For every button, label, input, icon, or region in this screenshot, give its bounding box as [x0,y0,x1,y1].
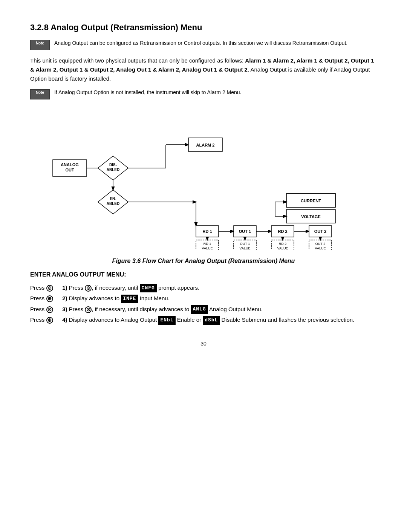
step-row-3: Press ⊙ 3) Press ⊙, if necessary, until … [30,304,377,315]
svg-text:OUT 2: OUT 2 [315,242,325,246]
page-title: 3.2.8 Analog Output (Retransmission) Men… [30,23,377,32]
svg-text:RD 2: RD 2 [278,229,287,234]
page-number: 30 [30,341,377,347]
step-4-press: Press ⊕ [30,315,62,325]
svg-text:DIS-: DIS- [109,163,117,167]
svg-text:ABLED: ABLED [107,168,119,172]
svg-text:VOLTAGE: VOLTAGE [301,214,321,219]
body-p1-plain-start: This unit is equipped with two physical … [30,57,245,64]
svg-text:CURRENT: CURRENT [301,199,321,203]
step-3-press: Press ⊙ [30,304,62,315]
step-1-text: 1) Press ⊙, if necessary, until CNFG pro… [62,283,377,293]
svg-text:EN-: EN- [110,197,116,201]
note-icon-2: Note [30,89,50,99]
note-2-text: If Analog Output Option is not installed… [54,89,241,96]
svg-text:VALUE: VALUE [277,246,288,250]
note-1: Note Analog Output can be configured as … [30,39,377,50]
svg-text:ALARM 2: ALARM 2 [196,143,215,147]
press-symbol-2a: ⊕ [46,295,53,302]
step-row-1: Press ⊙ 1) Press ⊙, if necessary, until … [30,283,377,293]
svg-text:RD 1: RD 1 [202,229,212,234]
svg-text:OUT 1: OUT 1 [240,242,250,246]
press-symbol-4a: ⊕ [46,317,53,324]
svg-text:ABLED: ABLED [107,202,119,206]
svg-text:OUT 2: OUT 2 [314,229,326,234]
step-4-text: 4) Display advances to Analog Output ENb… [62,315,377,325]
press-symbol-1a: ⊙ [46,285,53,292]
note-2: Note If Analog Output Option is not inst… [30,89,377,99]
svg-text:VALUE: VALUE [240,246,251,250]
step-3-text: 3) Press ⊙, if necessary, until display … [62,304,377,315]
press-symbol-3b: ⊙ [85,306,92,313]
svg-text:RD 2: RD 2 [279,242,287,246]
enter-menu-header: ENTER ANALOG OUTPUT MENU: [30,271,377,278]
press-symbol-3a: ⊙ [46,306,53,313]
svg-text:VALUE: VALUE [315,246,326,250]
press-symbol-1b: ⊙ [85,285,92,292]
body-paragraph-1: This unit is equipped with two physical … [30,56,377,83]
svg-text:RD 1: RD 1 [204,242,211,246]
note-1-text: Analog Output can be configured as Retra… [54,39,347,47]
step-row-2: Press ⊕ 2) Display advances to INPE Inpu… [30,293,377,304]
lcd-dsbl: dSbL [203,316,220,325]
svg-text:OUT: OUT [65,168,74,172]
step-2-text: 2) Display advances to INPE Input Menu. [62,293,377,304]
svg-text:OUT 1: OUT 1 [239,229,251,234]
steps-table: Press ⊙ 1) Press ⊙, if necessary, until … [30,283,377,326]
lcd-enbl: ENbL [158,316,175,325]
note-icon-1: Note [30,40,50,50]
lcd-inpe: INPE [121,295,138,303]
lcd-cnfg: CNFG [140,284,157,293]
flow-chart: ANALOG OUT DIS- ABLED ALARM 2 EN- ABLED … [49,107,358,250]
lcd-anlg: ANLG [191,305,208,314]
figure-caption: Figure 3.6 Flow Chart for Analog Output … [30,258,377,264]
step-1-press: Press ⊙ [30,283,62,293]
step-2-press: Press ⊕ [30,293,62,304]
step-row-4: Press ⊕ 4) Display advances to Analog Ou… [30,315,377,325]
svg-text:VALUE: VALUE [202,246,213,250]
svg-text:ANALOG: ANALOG [61,162,79,167]
